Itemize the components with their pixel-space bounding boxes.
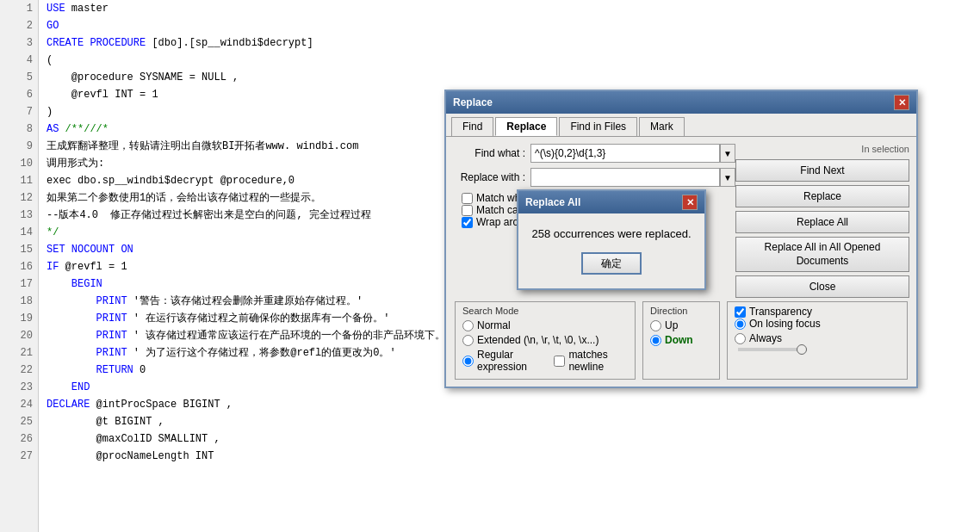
replace-with-label: Replace with : bbox=[453, 171, 530, 183]
find-next-button[interactable]: Find Next bbox=[735, 159, 909, 182]
replace-button[interactable]: Replace bbox=[735, 185, 909, 207]
transparency-label: Transparency bbox=[749, 306, 812, 318]
line-numbers: 1 2 3 4 5 6 7 8 9 10 11 12 13 14 15 16 1… bbox=[0, 0, 39, 532]
replace-dialog-close-button[interactable]: ✕ bbox=[894, 95, 909, 110]
code-line: USE master bbox=[47, 0, 973, 17]
code-line: @t BIGINT , bbox=[47, 413, 973, 430]
code-line: @procedure SYSNAME = NULL , bbox=[47, 69, 973, 86]
matches-newline-label: matches newline bbox=[568, 349, 628, 373]
find-what-input[interactable] bbox=[530, 144, 720, 163]
radio-extended[interactable] bbox=[462, 335, 474, 346]
radio-normal-label[interactable]: Normal bbox=[462, 319, 628, 331]
tab-mark[interactable]: Mark bbox=[639, 117, 685, 136]
radio-extended-label[interactable]: Extended (\n, \r, \t, \0, \x...) bbox=[462, 334, 628, 346]
radio-up-label[interactable]: Up bbox=[650, 319, 712, 331]
match-case-checkbox[interactable] bbox=[462, 205, 473, 216]
replace-all-result-message: 258 occurrences were replaced. bbox=[529, 227, 694, 240]
close-button[interactable]: Close bbox=[735, 275, 909, 298]
replace-all-result-dialog: Replace All ✕ 258 occurrences were repla… bbox=[517, 189, 706, 290]
code-line: CREATE PROCEDURE [dbo].[sp__windbi$decry… bbox=[47, 34, 973, 52]
replace-with-dropdown[interactable]: ▼ bbox=[720, 168, 735, 187]
radio-down[interactable] bbox=[650, 335, 661, 346]
replace-dialog-title: Replace bbox=[453, 96, 493, 108]
radio-always[interactable] bbox=[735, 333, 746, 344]
radio-up[interactable] bbox=[650, 320, 661, 331]
radio-regex[interactable] bbox=[462, 356, 474, 367]
find-what-label: Find what : bbox=[453, 147, 530, 159]
replace-all-confirm-button[interactable]: 确定 bbox=[581, 252, 642, 275]
replace-all-result-body: 258 occurrences were replaced. 确定 bbox=[518, 213, 704, 288]
dialog-lower: Search Mode Normal Extended (\n, \r, \t,… bbox=[446, 298, 916, 387]
tab-find[interactable]: Find bbox=[451, 117, 493, 136]
transparency-section: Transparency On losing focus Always bbox=[727, 301, 908, 380]
find-what-dropdown[interactable]: ▼ bbox=[720, 144, 735, 163]
transparency-slider-track[interactable] bbox=[738, 348, 807, 351]
replace-all-button[interactable]: Replace All bbox=[735, 211, 909, 233]
replace-all-result-titlebar: Replace All ✕ bbox=[518, 191, 704, 213]
tab-replace[interactable]: Replace bbox=[495, 117, 557, 136]
on-losing-focus-label[interactable]: On losing focus bbox=[735, 318, 900, 330]
search-mode-section: Search Mode Normal Extended (\n, \r, \t,… bbox=[455, 301, 636, 380]
transparency-checkbox[interactable] bbox=[735, 306, 746, 318]
search-mode-title: Search Mode bbox=[462, 306, 628, 316]
radio-regex-label[interactable]: Regular expression matches newline bbox=[462, 349, 628, 373]
code-line: GO bbox=[47, 17, 973, 34]
replace-with-row: Replace with : ▼ bbox=[453, 168, 735, 187]
replace-all-result-title: Replace All bbox=[525, 196, 580, 208]
radio-on-losing-focus[interactable] bbox=[735, 319, 746, 330]
in-selection-label: In selection bbox=[861, 144, 909, 154]
replace-all-result-close-button[interactable]: ✕ bbox=[682, 195, 698, 210]
dialog-tabs: Find Replace Find in Files Mark bbox=[446, 114, 916, 137]
tab-find-in-files[interactable]: Find in Files bbox=[559, 117, 637, 136]
find-what-row: Find what : ▼ bbox=[453, 144, 735, 163]
wrap-around-checkbox[interactable] bbox=[462, 217, 473, 228]
transparency-slider-thumb[interactable] bbox=[797, 344, 807, 355]
matches-newline-checkbox[interactable] bbox=[554, 356, 565, 367]
match-whole-word-checkbox[interactable] bbox=[462, 193, 473, 204]
direction-section: Direction Up Down bbox=[642, 301, 720, 380]
code-line: @maxColID SMALLINT , bbox=[47, 430, 973, 448]
transparency-checkbox-label[interactable]: Transparency bbox=[735, 306, 891, 318]
radio-normal[interactable] bbox=[462, 320, 474, 331]
replace-all-opened-button[interactable]: Replace All in All Opened Documents bbox=[735, 237, 909, 272]
code-line: DECLARE @intProcSpace BIGINT , bbox=[47, 396, 973, 413]
replace-dialog-titlebar: Replace ✕ bbox=[446, 91, 916, 114]
code-line: @procNameLength INT bbox=[47, 448, 973, 465]
code-line: ( bbox=[47, 52, 973, 69]
replace-with-input[interactable] bbox=[530, 168, 720, 187]
button-column: In selection Find Next Replace Replace A… bbox=[735, 144, 909, 298]
direction-title: Direction bbox=[650, 306, 712, 316]
always-label[interactable]: Always bbox=[735, 332, 900, 344]
radio-down-label[interactable]: Down bbox=[650, 334, 712, 346]
